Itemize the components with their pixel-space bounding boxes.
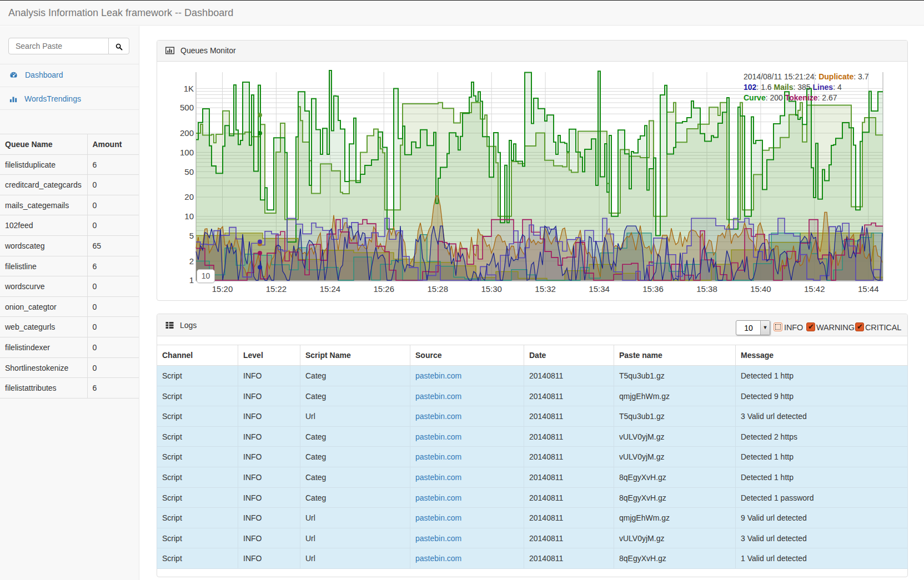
svg-text:100: 100 (180, 148, 194, 157)
svg-text:15:24: 15:24 (320, 284, 341, 294)
svg-text:5: 5 (189, 231, 194, 240)
svg-text:10: 10 (184, 211, 194, 221)
svg-text:50: 50 (184, 167, 194, 176)
svg-text:15:26: 15:26 (374, 284, 395, 294)
svg-text:200: 200 (180, 128, 194, 138)
svg-text:20: 20 (184, 192, 194, 201)
svg-text:2: 2 (189, 256, 194, 266)
svg-text:15:38: 15:38 (696, 284, 717, 294)
svg-text:15:28: 15:28 (428, 284, 449, 294)
svg-text:500: 500 (180, 103, 194, 112)
svg-text:1: 1 (189, 275, 194, 285)
svg-text:15:22: 15:22 (266, 284, 287, 294)
svg-text:15:42: 15:42 (804, 284, 825, 294)
svg-text:15:34: 15:34 (589, 284, 610, 294)
svg-text:15:20: 15:20 (212, 284, 233, 294)
svg-text:1K: 1K (184, 84, 194, 93)
svg-text:15:36: 15:36 (642, 284, 664, 294)
svg-text:15:30: 15:30 (481, 284, 502, 294)
svg-text:15:32: 15:32 (535, 284, 556, 294)
svg-text:15:40: 15:40 (750, 284, 771, 294)
svg-text:15:44: 15:44 (858, 284, 879, 294)
